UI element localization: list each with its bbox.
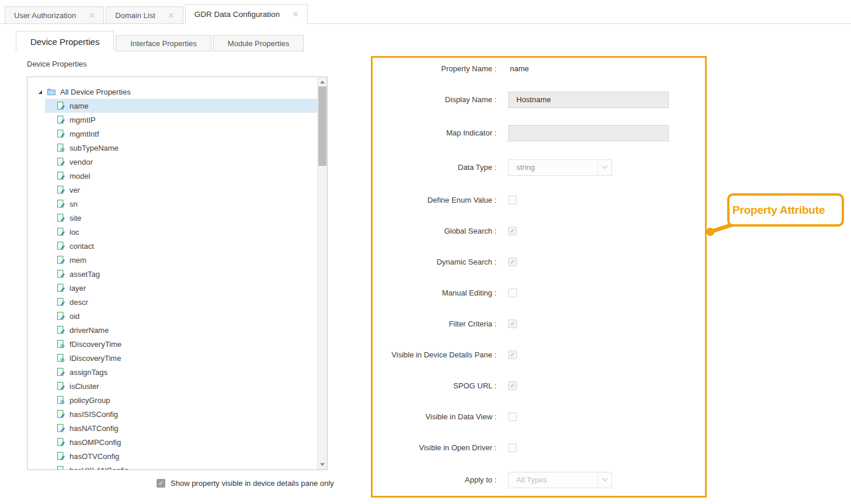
define-enum-value-checkbox[interactable] bbox=[508, 196, 517, 204]
expander-icon[interactable] bbox=[37, 89, 43, 95]
device-properties-tree-panel: All Device PropertiesnamemgmtIPmgmtIntfs… bbox=[27, 77, 328, 470]
define-enum-value-label: Define Enum Value : bbox=[373, 196, 496, 204]
tab-label: Module Properties bbox=[228, 39, 290, 48]
tab-device-properties[interactable]: Device Properties bbox=[16, 31, 114, 51]
tree-item-layer[interactable]: layer bbox=[45, 281, 317, 295]
tree-item-loc[interactable]: loc bbox=[45, 225, 317, 239]
dynamic-search-checkbox[interactable]: ✓ bbox=[508, 258, 517, 266]
window-tab-domain-list[interactable]: Domain List× bbox=[106, 6, 183, 23]
tree-item-hasnatconfig[interactable]: hasNATConfig bbox=[45, 421, 317, 435]
property-gear-icon bbox=[56, 353, 65, 363]
close-tab-icon[interactable]: × bbox=[168, 11, 174, 20]
tree-item-label: fDiscoveryTime bbox=[70, 340, 121, 349]
data-type-label: Data Type : bbox=[373, 163, 496, 172]
manual-editing-checkbox[interactable] bbox=[508, 289, 517, 297]
visible-in-open-driver-checkbox[interactable] bbox=[508, 443, 517, 452]
window-tab-gdr-data-configuration[interactable]: GDR Data Configuration× bbox=[185, 4, 308, 24]
property-edit-icon bbox=[56, 297, 65, 307]
visible-in-data-view-label: Visible in Data View : bbox=[373, 412, 496, 421]
tree-item-vendor[interactable]: vendor bbox=[45, 155, 317, 169]
dynamic-search-label: Dynamic Search : bbox=[373, 258, 496, 266]
tree-item-assigntags[interactable]: assignTags bbox=[45, 365, 317, 379]
tree-item-label: driverName bbox=[70, 326, 109, 335]
device-properties-tree: All Device PropertiesnamemgmtIPmgmtIntfs… bbox=[27, 77, 317, 470]
display-name-input[interactable] bbox=[508, 92, 669, 108]
tree-item-iscluster[interactable]: isCluster bbox=[45, 379, 317, 393]
folder-icon bbox=[47, 87, 56, 96]
tree-item-model[interactable]: model bbox=[45, 169, 317, 183]
device-properties-pane-title: Device Properties bbox=[27, 60, 87, 68]
property-name-label: Property Name : bbox=[373, 64, 496, 73]
show-visible-only-checkbox[interactable]: ✓ bbox=[157, 479, 165, 488]
display-name-row: Display Name : bbox=[373, 92, 705, 107]
tree-item-mgmtintf[interactable]: mgmtIntf bbox=[45, 127, 317, 141]
property-edit-icon bbox=[56, 213, 65, 223]
property-edit-icon bbox=[56, 311, 65, 321]
selected-value: string bbox=[516, 163, 535, 172]
property-edit-icon bbox=[56, 269, 65, 279]
apply-to-row: Apply to :All Types bbox=[373, 472, 705, 488]
tree-item-subtypename[interactable]: subTypeName bbox=[45, 141, 317, 155]
scroll-up-icon[interactable] bbox=[318, 77, 327, 87]
tree-item-hasotvconfig[interactable]: hasOTVConfig bbox=[45, 449, 317, 463]
tree-root-label: All Device Properties bbox=[60, 88, 131, 96]
data-type-select[interactable]: string bbox=[508, 159, 612, 176]
tree-item-site[interactable]: site bbox=[45, 211, 317, 225]
property-edit-icon bbox=[56, 227, 65, 237]
tree-item-ver[interactable]: ver bbox=[45, 183, 317, 197]
define-enum-value-row: Define Enum Value : bbox=[373, 192, 705, 208]
tree-item-descr[interactable]: descr bbox=[45, 295, 317, 309]
tree-item-policygroup[interactable]: policyGroup bbox=[45, 393, 317, 407]
chevron-down-icon bbox=[598, 160, 612, 175]
tree-item-label: descr bbox=[70, 298, 88, 307]
property-gear-icon bbox=[56, 395, 65, 405]
tree-item-name[interactable]: name bbox=[45, 99, 317, 113]
global-search-label: Global Search : bbox=[373, 227, 496, 235]
tree-item-label: subTypeName bbox=[70, 144, 119, 152]
property-edit-icon bbox=[56, 367, 65, 377]
dynamic-search-row: Dynamic Search :✓ bbox=[373, 254, 705, 270]
tree-root-all-device-properties[interactable]: All Device Properties bbox=[27, 85, 317, 99]
tree-item-drivername[interactable]: driverName bbox=[45, 323, 317, 337]
spog-url-checkbox[interactable]: ✓ bbox=[508, 381, 517, 390]
manual-editing-row: Manual Editing : bbox=[373, 285, 705, 301]
scroll-down-icon[interactable] bbox=[318, 460, 327, 470]
tree-item-hasompconfig[interactable]: hasOMPConfig bbox=[45, 435, 317, 449]
tree-item-label: sn bbox=[70, 200, 78, 208]
window-tab-user-authorization[interactable]: User Authorization× bbox=[5, 6, 104, 23]
tree-item-contact[interactable]: contact bbox=[45, 239, 317, 253]
tree-item-hasisisconfig[interactable]: hasISISConfig bbox=[45, 407, 317, 421]
scrollbar-thumb[interactable] bbox=[318, 86, 326, 166]
tab-interface-properties[interactable]: Interface Properties bbox=[116, 35, 211, 51]
close-tab-icon[interactable]: × bbox=[293, 9, 298, 19]
tree-item-fdiscoverytime[interactable]: fDiscoveryTime bbox=[45, 337, 317, 351]
global-search-checkbox[interactable]: ✓ bbox=[508, 227, 517, 235]
filter-criteria-checkbox[interactable]: ✓ bbox=[508, 319, 517, 328]
close-tab-icon[interactable]: × bbox=[89, 11, 95, 20]
tree-item-mgmtip[interactable]: mgmtIP bbox=[45, 113, 317, 127]
tree-item-label: hasVXLANConfig bbox=[70, 466, 128, 470]
map-indicator-row: Map Indicator : bbox=[373, 125, 705, 141]
visible-in-data-view-checkbox[interactable] bbox=[508, 412, 517, 421]
tree-item-assettag[interactable]: assetTag bbox=[45, 267, 317, 281]
visible-in-open-driver-label: Visible in Open Driver : bbox=[373, 443, 496, 452]
property-edit-icon bbox=[56, 157, 65, 166]
tab-module-properties[interactable]: Module Properties bbox=[213, 35, 304, 51]
property-edit-icon bbox=[56, 241, 65, 251]
property-edit-icon bbox=[56, 101, 65, 110]
window-tab-bar: User Authorization×Domain List×GDR Data … bbox=[0, 0, 851, 24]
tree-item-label: name bbox=[70, 102, 89, 110]
tree-item-hasvxlanconfig[interactable]: hasVXLANConfig bbox=[45, 463, 317, 470]
tree-scrollbar[interactable] bbox=[317, 77, 327, 470]
visible-in-device-details-pane-checkbox[interactable]: ✓ bbox=[508, 350, 517, 359]
map-indicator-input[interactable] bbox=[508, 125, 669, 141]
tree-item-oid[interactable]: oid bbox=[45, 309, 317, 323]
tree-item-ldiscoverytime[interactable]: lDiscoveryTime bbox=[45, 351, 317, 365]
apply-to-select[interactable]: All Types bbox=[508, 472, 612, 488]
tree-item-label: loc bbox=[70, 228, 79, 237]
tree-item-sn[interactable]: sn bbox=[45, 197, 317, 211]
tree-item-mem[interactable]: mem bbox=[45, 253, 317, 267]
tree-item-label: contact bbox=[70, 242, 94, 251]
window-tab-label: User Authorization bbox=[14, 11, 76, 20]
tree-item-label: hasISISConfig bbox=[70, 410, 118, 419]
